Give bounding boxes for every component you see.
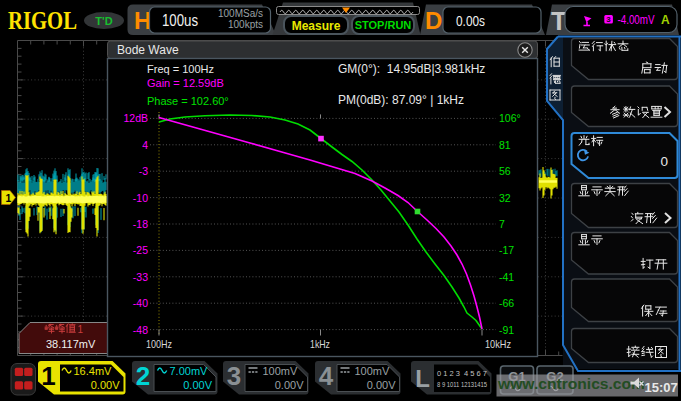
svg-text:PM(0dB): 87.09° | 1kHz: PM(0dB): 87.09° | 1kHz (338, 93, 464, 107)
svg-text:100MSa/s: 100MSa/s (218, 8, 263, 19)
svg-text:L: L (415, 365, 430, 392)
svg-text:0.00V: 0.00V (275, 379, 304, 391)
svg-text:100mV: 100mV (263, 365, 299, 377)
svg-text:www.cntronics.com: www.cntronics.com (497, 375, 645, 392)
svg-text:15:07: 15:07 (645, 380, 678, 395)
svg-text:Phase = 102.60°: Phase = 102.60° (147, 95, 229, 107)
svg-text:-4.00mV: -4.00mV (618, 13, 656, 27)
svg-text:Bode Wave: Bode Wave (117, 43, 179, 57)
svg-text:-66: -66 (499, 297, 514, 309)
svg-text:0: 0 (660, 154, 668, 169)
svg-text:4: 4 (319, 361, 334, 391)
svg-text:D: D (425, 7, 442, 34)
svg-text:1kHz: 1kHz (310, 338, 330, 350)
svg-text:T'D: T'D (95, 15, 112, 27)
svg-text:1: 1 (78, 324, 84, 335)
svg-text:7.00mV: 7.00mV (170, 365, 209, 377)
svg-text:Gain = 12.59dB: Gain = 12.59dB (147, 77, 224, 89)
svg-text:-41: -41 (499, 271, 514, 283)
svg-text:32: 32 (499, 192, 511, 204)
svg-text:100us: 100us (162, 12, 198, 29)
svg-text:-17: -17 (499, 244, 514, 256)
svg-text:100kpts: 100kpts (228, 19, 263, 30)
svg-text:16.4mV: 16.4mV (74, 365, 113, 377)
svg-text:-25: -25 (133, 244, 148, 256)
svg-text:12dB: 12dB (123, 112, 148, 124)
svg-text:H: H (134, 7, 151, 34)
svg-text:0.00V: 0.00V (183, 379, 212, 391)
svg-text:1: 1 (41, 361, 55, 391)
svg-text:38.117mV: 38.117mV (46, 338, 96, 350)
svg-text:-33: -33 (133, 271, 148, 283)
svg-text:81: 81 (499, 139, 511, 151)
svg-text:100Hz: 100Hz (146, 338, 172, 350)
svg-text:Freq = 100Hz: Freq = 100Hz (147, 63, 214, 75)
svg-text:3: 3 (606, 15, 611, 24)
svg-text:Measure: Measure (292, 19, 341, 33)
svg-text:8 9 1011 12131415: 8 9 1011 12131415 (437, 380, 487, 389)
svg-text:2: 2 (136, 361, 150, 391)
svg-text:STOP/RUN: STOP/RUN (355, 19, 412, 31)
svg-text:1: 1 (6, 192, 12, 204)
svg-text:106°: 106° (499, 112, 521, 124)
svg-text:0.00V: 0.00V (367, 379, 396, 391)
svg-text:0 1 2 3 4 5 6 7: 0 1 2 3 4 5 6 7 (437, 369, 487, 378)
svg-text:3: 3 (227, 361, 241, 391)
svg-text:RIGOL: RIGOL (8, 7, 77, 34)
svg-text:-10: -10 (133, 192, 148, 204)
svg-text:0.00V: 0.00V (91, 379, 120, 391)
svg-text:-40: -40 (133, 297, 148, 309)
svg-text:10kHz: 10kHz (485, 338, 511, 350)
svg-text:7: 7 (499, 218, 505, 230)
svg-text:-3: -3 (139, 165, 148, 177)
svg-text:GM(0°): 14.95dB|3.981kHz: GM(0°): 14.95dB|3.981kHz (338, 62, 485, 76)
svg-text:-91: -91 (499, 324, 514, 336)
svg-text:4: 4 (142, 139, 148, 151)
svg-text:-48: -48 (133, 324, 148, 336)
svg-text:A: A (661, 13, 670, 27)
svg-text:-18: -18 (133, 218, 148, 230)
svg-text:56: 56 (499, 165, 511, 177)
svg-text:0.00s: 0.00s (456, 12, 485, 29)
svg-text:100mV: 100mV (355, 365, 391, 377)
